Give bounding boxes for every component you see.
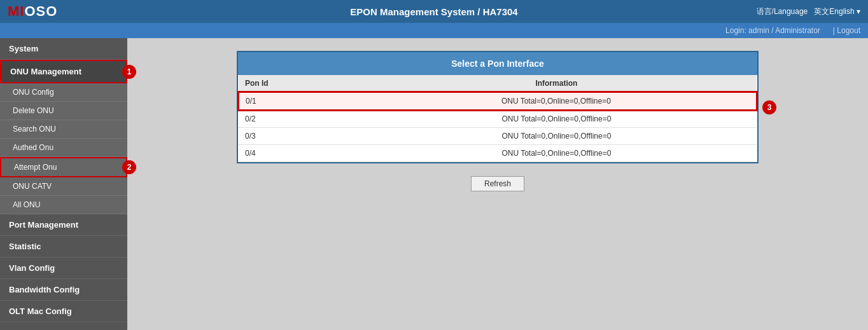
sidebar-item-port-aggregration[interactable]: Port Aggregration	[0, 322, 127, 330]
sidebar-item-onu-catv[interactable]: ONU CATV	[0, 177, 127, 196]
layout: System ONU Management 1 ONU Config Delet…	[0, 38, 868, 330]
sidebar-item-attempt-onu[interactable]: Attempt Onu	[0, 157, 127, 177]
sidebar-item-onu-management[interactable]: ONU Management	[0, 60, 127, 83]
info-cell: ONU Total=0,Online=0,Offline=0	[356, 110, 757, 128]
table-row[interactable]: 0/3 ONU Total=0,Online=0,Offline=0	[239, 128, 757, 145]
sidebar-item-search-onu[interactable]: Search ONU	[0, 120, 127, 139]
page-title: EPON Management System / HA7304	[350, 6, 517, 17]
refresh-area: Refresh	[237, 176, 759, 191]
sidebar-item-system[interactable]: System	[0, 38, 127, 60]
header-bottom: Login: admin / Administrator | Logout	[0, 23, 868, 38]
sidebar-item-onu-config[interactable]: ONU Config	[0, 83, 127, 102]
sidebar-item-onu-management-wrapper: ONU Management 1	[0, 60, 127, 83]
table-row[interactable]: 0/1 ONU Total=0,Online=0,Offline=0	[239, 92, 757, 110]
col-pon-id: Pon Id	[239, 75, 356, 92]
pon-id-cell: 0/1	[239, 92, 356, 110]
main-content: Select a Pon Interface Pon Id Informatio…	[127, 38, 868, 330]
logo-m: M	[8, 3, 20, 19]
info-cell: ONU Total=0,Online=0,Offline=0	[356, 92, 757, 110]
annotation-1: 1	[122, 65, 136, 79]
refresh-button[interactable]: Refresh	[471, 176, 524, 191]
col-information: Information	[356, 75, 757, 92]
sidebar-item-vlan-config[interactable]: Vlan Config	[0, 258, 127, 279]
panel-title: Select a Pon Interface	[238, 52, 757, 75]
sidebar-item-bandwidth-config[interactable]: Bandwidth Config	[0, 279, 127, 301]
logout-link[interactable]: | Logout	[833, 26, 860, 35]
pon-id-cell: 0/4	[239, 145, 356, 162]
logo-rest: OSO	[24, 3, 57, 19]
login-info: Login: admin / Administrator	[725, 26, 820, 35]
sidebar-item-attempt-onu-wrapper: Attempt Onu 2	[0, 157, 127, 177]
info-cell: ONU Total=0,Online=0,Offline=0	[356, 145, 757, 162]
sidebar-item-delete-onu[interactable]: Delete ONU	[0, 102, 127, 120]
pon-interface-panel: Select a Pon Interface Pon Id Informatio…	[237, 51, 759, 163]
table-row[interactable]: 0/4 ONU Total=0,Online=0,Offline=0	[239, 145, 757, 162]
pon-id-cell: 0/2	[239, 110, 356, 128]
pon-id-cell: 0/3	[239, 128, 356, 145]
sidebar-item-port-management[interactable]: Port Management	[0, 214, 127, 236]
sidebar-item-authed-onu[interactable]: Authed Onu	[0, 139, 127, 157]
table-row[interactable]: 0/2 ONU Total=0,Online=0,Offline=0	[239, 110, 757, 128]
sidebar-item-all-onu[interactable]: All ONU	[0, 196, 127, 214]
panel-wrapper: Select a Pon Interface Pon Id Informatio…	[237, 51, 759, 163]
info-cell: ONU Total=0,Online=0,Offline=0	[356, 128, 757, 145]
header-right: 语言/Language 英文English ▾	[757, 6, 860, 17]
annotation-3: 3	[762, 100, 776, 114]
logo: MIOSO	[8, 3, 57, 20]
sidebar-item-statistic[interactable]: Statistic	[0, 236, 127, 258]
sidebar: System ONU Management 1 ONU Config Delet…	[0, 38, 127, 330]
sidebar-item-olt-mac-config[interactable]: OLT Mac Config	[0, 301, 127, 322]
logo-text: MIOSO	[8, 3, 57, 20]
pon-table: Pon Id Information 0/1 ONU Total=0,Onlin…	[238, 75, 757, 162]
annotation-2: 2	[122, 160, 136, 174]
language-selector[interactable]: 语言/Language 英文English ▾	[757, 6, 860, 17]
